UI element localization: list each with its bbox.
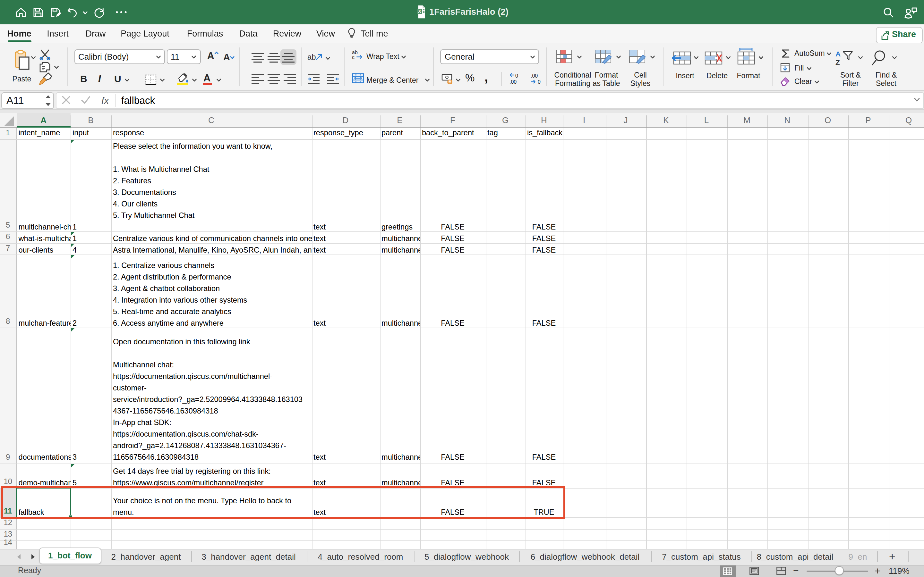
svg-text:A: A [207, 50, 215, 61]
svg-text:.00: .00 [531, 73, 538, 79]
svg-text:A: A [223, 52, 230, 62]
svg-text:0: 0 [538, 79, 541, 85]
svg-text:A: A [835, 50, 841, 58]
svg-text:.00: .00 [509, 79, 517, 85]
svg-text:Z: Z [835, 59, 840, 67]
svg-text:0: 0 [515, 73, 518, 79]
svg-text:X: X [418, 9, 421, 14]
svg-text:ab: ab [307, 53, 316, 61]
svg-text:c: c [352, 54, 355, 60]
